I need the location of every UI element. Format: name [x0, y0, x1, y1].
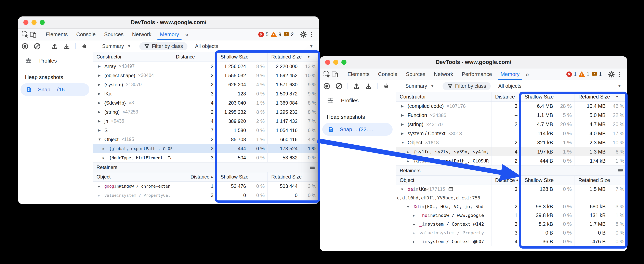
retainer-row[interactable]: c,dtl0hd,eHDfl,YV5bee,d,csi:753 — [396, 194, 627, 202]
device-toolbar-icon[interactable] — [331, 70, 339, 78]
class-filter-input[interactable]: Filter by class — [442, 82, 491, 90]
retainer-row[interactable]: ▶_hd in Window / www.google139.8 kB0 %13… — [396, 211, 627, 220]
column-header-distance[interactable]: Distance — [492, 92, 521, 101]
column-header-distance[interactable]: Distance — [172, 52, 217, 62]
table-row[interactable]: ▼Object×1195285 7081 %660 1164 % — [93, 135, 319, 144]
more-options-icon[interactable]: ⋮ — [307, 31, 316, 38]
settings-gear-icon[interactable] — [607, 70, 615, 78]
tab-sources[interactable]: Sources — [402, 68, 430, 80]
retainer-row[interactable]: ▶_ in system / Context @607436 B0 %476 B… — [396, 237, 627, 246]
disclosure-triangle-icon[interactable]: ▶ — [98, 193, 104, 198]
table-row[interactable]: ▶system / Context×3013–114 kB0 %4.0 MB17… — [396, 129, 627, 138]
table-row[interactable]: ▶(system)×130702626 2044 %1 571 6809 % — [93, 80, 319, 89]
table-row[interactable]: ▶{global, exportPath_, CLOSU24440 %173 5… — [93, 144, 319, 153]
sidebar-item-snapshot[interactable]: Snap… (22…. — [322, 123, 392, 136]
disclosure-triangle-icon[interactable]: ▶ — [413, 222, 420, 226]
disclosure-triangle-icon[interactable]: ▶ — [413, 231, 420, 235]
tab-memory[interactable]: Memory — [496, 68, 524, 80]
more-tabs-icon[interactable]: » — [183, 31, 190, 38]
disclosure-triangle-icon[interactable]: ▶ — [407, 159, 414, 163]
source-link[interactable]: c,dtl0hd,eHDfl,YV5bee,d,csi:753 — [397, 195, 480, 200]
disclosure-triangle-icon[interactable]: ▼ — [98, 138, 104, 142]
column-header-shallow-size[interactable]: Shallow Size — [521, 92, 575, 101]
column-header-distance[interactable]: Distance▲ — [187, 172, 217, 181]
disclosure-triangle-icon[interactable]: ▶ — [102, 146, 109, 151]
tab-elements[interactable]: Elements — [42, 29, 72, 40]
clear-all-icon[interactable] — [382, 82, 390, 90]
retainer-row[interactable]: ▼Xd in {FOc, HOa, VC, jo, Sbd298.3 kB0 %… — [396, 202, 627, 211]
tab-console[interactable]: Console — [374, 68, 402, 80]
open-in-icon[interactable] — [448, 186, 454, 192]
disclosure-triangle-icon[interactable]: ▶ — [102, 156, 109, 160]
disclosure-triangle-icon[interactable]: ▼ — [401, 187, 408, 191]
column-header-shallow-size[interactable]: Shallow Size — [521, 176, 575, 184]
table-row[interactable]: ▶(compiled code)×10717636.4 MB28 %10.4 M… — [396, 102, 627, 111]
issues-badge[interactable]: 2 — [283, 31, 294, 38]
column-header-object[interactable]: Object — [396, 176, 492, 184]
column-header-retained-size[interactable]: Retained Size — [575, 176, 627, 184]
disclosure-triangle-icon[interactable]: ▼ — [401, 141, 408, 145]
disclosure-triangle-icon[interactable]: ▶ — [407, 150, 414, 154]
table-row[interactable]: ▶S71 5800 %1 054 4166 % — [93, 126, 319, 135]
retainer-row[interactable]: ▶goog in Window / chrome-exten153 4760 %… — [93, 182, 319, 191]
disclosure-triangle-icon[interactable]: ▶ — [98, 119, 104, 123]
column-header-retained-size[interactable]: Retained Size▼ — [575, 92, 627, 101]
disclosure-triangle-icon[interactable]: ▶ — [98, 110, 104, 114]
retainers-menu-icon[interactable] — [618, 168, 624, 174]
disclosure-triangle-icon[interactable]: ▶ — [98, 92, 104, 96]
disclosure-triangle-icon[interactable]: ▶ — [413, 214, 420, 218]
save-profile-icon[interactable] — [63, 43, 70, 50]
record-heap-icon[interactable] — [323, 82, 330, 90]
table-row[interactable]: ▶(string)×4725321 295 2328 %1 295 2328 % — [93, 108, 319, 116]
chevron-down-icon[interactable]: ▼ — [618, 84, 622, 88]
load-profile-icon[interactable] — [51, 43, 58, 50]
clear-all-icon[interactable] — [81, 43, 88, 50]
disclosure-triangle-icon[interactable]: ▼ — [407, 205, 414, 209]
class-filter-input[interactable]: Filter by class — [139, 42, 188, 50]
disclosure-triangle-icon[interactable]: ▶ — [98, 64, 104, 68]
column-header-retained-size[interactable]: Retained Size — [268, 172, 319, 181]
perspective-select[interactable]: Summary — [102, 43, 124, 49]
tab-network[interactable]: Network — [128, 29, 156, 40]
tab-elements[interactable]: Elements — [343, 68, 374, 80]
disclosure-triangle-icon[interactable]: ▶ — [401, 132, 408, 136]
warning-badge[interactable]: 1 — [578, 71, 589, 78]
tab-sources[interactable]: Sources — [100, 29, 128, 40]
table-row[interactable]: ▼Object×16182321 kB1 %2.3 MB10 % — [396, 138, 627, 147]
table-row[interactable]: ▶{global, exportPath_, CLOSUR2444 B0 %17… — [396, 156, 627, 166]
inspect-element-icon[interactable] — [323, 70, 331, 78]
table-row[interactable]: ▶lKa31280 %1 509 8729 % — [93, 89, 319, 98]
table-row[interactable]: ▶(string)×4317024.7 MB20 %4.7 MB20 % — [396, 120, 627, 129]
retainers-menu-icon[interactable] — [309, 164, 316, 170]
tab-performance[interactable]: Performance — [458, 68, 496, 80]
retainer-row[interactable]: ▶value in system / PropertyCel300 %00 % — [93, 191, 319, 200]
column-header-retained-size[interactable]: Retained Size▼ — [268, 52, 319, 62]
sidebar-item-profiles[interactable]: Profiles — [18, 56, 92, 66]
disclosure-triangle-icon[interactable]: ▶ — [98, 184, 104, 188]
table-row[interactable]: ▶(object shape)×3040421 555 0329 %1 592 … — [93, 71, 319, 80]
disclosure-triangle-icon[interactable]: ▶ — [98, 128, 104, 132]
sidebar-item-profiles[interactable]: Profiles — [320, 95, 396, 106]
tab-network[interactable]: Network — [430, 68, 457, 80]
disclosure-triangle-icon[interactable]: ▶ — [98, 73, 104, 78]
clear-profiles-icon[interactable] — [335, 82, 342, 90]
settings-gear-icon[interactable] — [299, 30, 307, 38]
table-row[interactable]: ▶Array×4349721 256 0248 %2 220 00013 % — [93, 62, 319, 71]
column-header-distance[interactable]: Distance▲ — [492, 176, 521, 184]
error-badge[interactable]: 1 — [566, 71, 576, 77]
tab-console[interactable]: Console — [72, 29, 100, 40]
disclosure-triangle-icon[interactable]: ▶ — [98, 82, 104, 87]
table-row[interactable]: ▶Function×34385–1.1 MB5 %5.0 MB22 % — [396, 111, 627, 120]
tab-memory[interactable]: Memory — [156, 29, 184, 40]
column-header-shallow-size[interactable]: Shallow Size — [217, 52, 268, 62]
clear-profiles-icon[interactable] — [34, 43, 41, 50]
record-heap-icon[interactable] — [21, 43, 29, 50]
issues-badge[interactable]: 1 — [591, 71, 602, 77]
error-badge[interactable]: 5 — [258, 31, 268, 38]
objects-scope-select[interactable]: All objects — [498, 83, 522, 89]
column-header-constructor[interactable]: Constructor — [93, 52, 172, 62]
device-toolbar-icon[interactable] — [29, 30, 37, 38]
column-header-constructor[interactable]: Constructor — [396, 92, 492, 101]
table-row[interactable]: ▶{NodeType, HtmlElement, Tag35040 %53 63… — [93, 153, 319, 162]
table-row[interactable]: ▶jn×94364389 9202 %1 147 4327 % — [93, 116, 319, 126]
